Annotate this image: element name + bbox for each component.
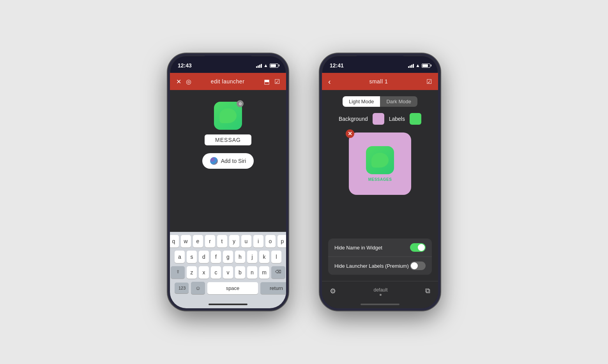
widget-box[interactable]: ✕ MESSAGES	[349, 133, 411, 195]
left-phone: 12:43 ▲ ✕ ◎ edit launcher ⬒ ☑	[168, 53, 288, 311]
close-icon[interactable]: ✕	[176, 78, 181, 85]
key-l[interactable]: l	[271, 251, 281, 263]
key-a[interactable]: a	[175, 251, 185, 263]
default-text: default	[373, 287, 387, 293]
check-icon[interactable]: ☑	[274, 78, 280, 85]
hide-name-toggle[interactable]	[410, 243, 426, 252]
key-h[interactable]: h	[235, 251, 245, 263]
light-mode-button[interactable]: Light Mode	[343, 96, 380, 107]
key-y[interactable]: y	[229, 235, 239, 247]
numbers-key[interactable]: 123	[175, 283, 189, 293]
wifi-icon-right: ▲	[415, 63, 420, 68]
hide-name-row: Hide Name in Widget	[328, 239, 432, 257]
right-phone: 12:41 ▲ ‹ small 1 ☑ Light Mode Dark Mode	[320, 53, 440, 311]
right-toolbar-title: small 1	[369, 78, 388, 85]
emoji-key[interactable]: ☺	[191, 282, 205, 294]
status-time-left: 12:43	[178, 62, 192, 69]
right-check-icon[interactable]: ☑	[426, 78, 432, 85]
widget-remove-button[interactable]: ✕	[346, 129, 354, 138]
keyboard-row-2: a s d f g h j k l	[171, 251, 285, 263]
wifi-icon: ▲	[263, 63, 268, 68]
right-toolbar: ‹ small 1 ☑	[322, 73, 438, 90]
keyboard-row-3: ⇧ z x c v b n m ⌫	[171, 266, 285, 279]
keyboard: q w e r t y u i o p a s d f g h j k l	[170, 232, 286, 300]
right-screen: Light Mode Dark Mode Background Labels ✕…	[322, 90, 438, 281]
right-bottom-bar: ⚙ default ⧉	[322, 281, 438, 300]
siri-icon	[210, 157, 218, 165]
keyboard-row-4: 123 ☺ space return	[171, 282, 285, 294]
key-s[interactable]: s	[187, 251, 197, 263]
key-f[interactable]: f	[211, 251, 221, 263]
return-key[interactable]: return	[260, 282, 286, 294]
labels-color-swatch[interactable]	[410, 113, 421, 125]
back-button[interactable]: ‹	[328, 77, 331, 86]
status-icons-left: ▲	[256, 63, 278, 68]
widget-message-bubble	[371, 153, 389, 168]
backspace-key[interactable]: ⌫	[271, 266, 285, 279]
hide-name-label: Hide Name in Widget	[334, 245, 382, 251]
key-x[interactable]: x	[199, 266, 209, 279]
background-label: Background	[339, 116, 368, 122]
key-d[interactable]: d	[199, 251, 209, 263]
toolbar-title-left: edit launcher	[211, 78, 245, 85]
key-q[interactable]: q	[170, 235, 179, 247]
key-n[interactable]: n	[247, 266, 257, 279]
toolbar-right-icons: ⬒ ☑	[264, 78, 280, 85]
battery-icon-right	[422, 64, 430, 68]
home-indicator-left	[170, 300, 286, 308]
key-z[interactable]: z	[187, 266, 197, 279]
left-content: ⚙ Add to Siri	[170, 90, 286, 232]
hide-labels-row: Hide Launcher Labels (Premium)	[328, 257, 432, 275]
keyboard-row-1: q w e r t y u i o p	[171, 235, 285, 247]
left-screen: ⚙ Add to Siri q w e r t y u i o p	[170, 90, 286, 308]
key-v[interactable]: v	[223, 266, 233, 279]
labels-label: Labels	[389, 116, 405, 122]
key-j[interactable]: j	[247, 251, 257, 263]
signal-icon	[256, 63, 262, 68]
widget-preview: ✕ MESSAGES	[328, 133, 432, 195]
widget-app-icon	[366, 146, 394, 174]
color-row: Background Labels	[328, 113, 432, 125]
bottom-dot	[380, 294, 382, 296]
left-toolbar: ✕ ◎ edit launcher ⬒ ☑	[170, 73, 286, 90]
settings-bottom-icon[interactable]: ⚙	[330, 287, 336, 295]
battery-icon	[270, 64, 278, 68]
app-name-input[interactable]	[205, 134, 251, 145]
message-bubble	[219, 108, 237, 123]
key-w[interactable]: w	[181, 235, 191, 247]
shift-key[interactable]: ⇧	[171, 266, 185, 279]
status-icons-right: ▲	[408, 63, 430, 68]
key-e[interactable]: e	[193, 235, 203, 247]
add-to-siri-button[interactable]: Add to Siri	[202, 153, 254, 169]
widget-app-label: MESSAGES	[368, 177, 392, 182]
key-o[interactable]: o	[265, 235, 276, 247]
key-c[interactable]: c	[211, 266, 221, 279]
key-u[interactable]: u	[241, 235, 251, 247]
right-notch	[357, 56, 403, 67]
background-color-swatch[interactable]	[373, 113, 384, 125]
hide-labels-label: Hide Launcher Labels (Premium)	[334, 263, 409, 269]
key-m[interactable]: m	[259, 266, 269, 279]
key-b[interactable]: b	[235, 266, 245, 279]
app-icon-container: ⚙	[214, 102, 242, 130]
share-icon[interactable]: ⬒	[264, 78, 270, 85]
dark-mode-button[interactable]: Dark Mode	[380, 96, 417, 107]
location-icon[interactable]: ◎	[186, 78, 191, 85]
settings-gear-icon[interactable]: ⚙	[237, 100, 244, 107]
key-k[interactable]: k	[259, 251, 269, 263]
hide-labels-toggle[interactable]	[410, 262, 426, 270]
notch	[205, 56, 251, 67]
copy-bottom-icon[interactable]: ⧉	[425, 287, 430, 295]
key-g[interactable]: g	[223, 251, 233, 263]
key-p[interactable]: p	[277, 235, 286, 247]
settings-rows: Hide Name in Widget Hide Launcher Labels…	[328, 239, 432, 275]
key-r[interactable]: r	[205, 235, 215, 247]
mode-toggle: Light Mode Dark Mode	[328, 96, 432, 107]
key-i[interactable]: i	[253, 235, 263, 247]
default-label-container: default	[373, 286, 387, 296]
status-time-right: 12:41	[330, 62, 344, 69]
home-indicator-right	[322, 300, 438, 308]
key-t[interactable]: t	[217, 235, 227, 247]
space-key[interactable]: space	[207, 282, 258, 294]
toolbar-left-icons: ✕ ◎	[176, 78, 191, 85]
